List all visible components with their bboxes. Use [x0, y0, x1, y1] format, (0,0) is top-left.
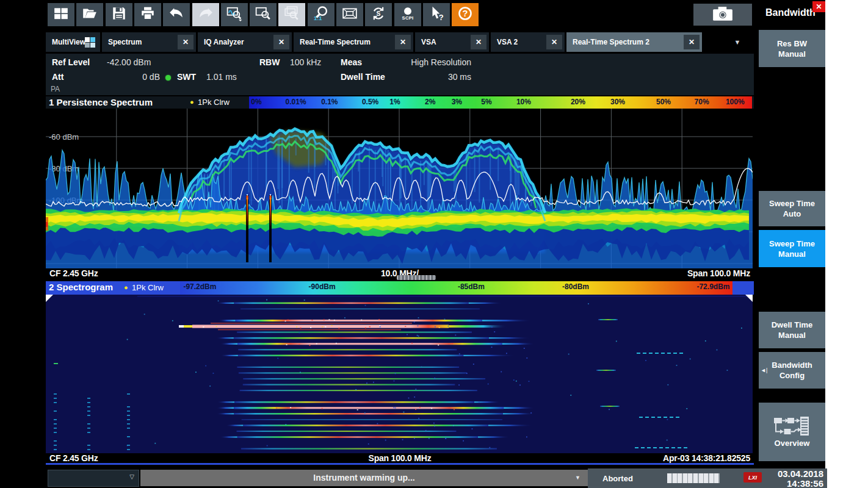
toolbar-button-zoom-signal[interactable]	[221, 3, 248, 26]
tab-iq-analyzer[interactable]: IQ Analyzer✕	[198, 32, 292, 52]
softkey-dwell-time-manual[interactable]: Dwell Time Manual	[759, 312, 825, 348]
tab-close-vsa[interactable]: ✕	[471, 35, 486, 49]
svg-text:?: ?	[439, 13, 444, 21]
tab-real-time-spectrum-2[interactable]: Real-Time Spectrum 2✕	[566, 32, 702, 52]
persistence-color-scale: 0%0.01%0.1%0.5%1%2%3%5%10%20%30%50%70%10…	[249, 96, 752, 109]
toolbar-button-zoom-1to1[interactable]: 1:1	[308, 3, 335, 26]
meas-value[interactable]: High Resolution	[363, 57, 471, 67]
tab-close-vsa-2[interactable]: ✕	[546, 35, 562, 49]
spectrogram-color-scale: -97.2dBm-90dBm-85dBm-80dBm-72.9dBm	[180, 281, 732, 295]
toolbar-button-windows[interactable]	[48, 3, 74, 26]
swt-label[interactable]: SWT	[177, 72, 196, 82]
softkey-label: Sweep Time Manual	[762, 239, 822, 259]
dwell-time-value[interactable]: 30 ms	[412, 72, 471, 82]
status-message: Instrument warming up...	[313, 473, 414, 483]
att-label[interactable]: Att	[52, 72, 63, 82]
persistence-span: Span 100.0 MHz	[687, 268, 750, 278]
toolbar-button-save[interactable]	[106, 3, 132, 26]
spectrogram-timestamp: Apr-03 14:38:21.82525	[663, 453, 750, 463]
screen-right-margin	[825, 0, 868, 488]
tab-overflow-button[interactable]: ▼	[722, 32, 753, 52]
softkey-sweep-time-auto[interactable]: Sweep Time Auto	[759, 191, 825, 226]
toolbar-button-print[interactable]	[134, 3, 161, 26]
rbw-value[interactable]: 100 kHz	[290, 57, 321, 67]
spectrogram-span: Span 100.0 MHz	[368, 453, 431, 463]
softkey-overview[interactable]: Overview	[759, 403, 825, 461]
toolbar-button-undo[interactable]	[163, 3, 190, 26]
tab-label: VSA 2	[497, 38, 518, 46]
toolbar-button-context-help[interactable]: ?	[423, 3, 450, 26]
persistence-scale-tick: 5%	[481, 98, 491, 106]
persistence-scale-tick: 1%	[389, 98, 400, 106]
softkey-label: Sweep Time Auto	[762, 198, 822, 219]
persistence-scale-tick: 10%	[516, 98, 531, 106]
toolbar-button-multi-window-zoom	[278, 3, 305, 26]
tab-close-real-time-spectrum-2[interactable]: ✕	[684, 35, 700, 49]
spectrogram-scale-tick: -80dBm	[562, 282, 589, 291]
dwell-time-label[interactable]: Dwell Time	[341, 72, 385, 82]
trace-dot-icon: ●	[124, 284, 128, 291]
toolbar-button-auto-refresh[interactable]: S	[365, 3, 392, 26]
context-help-icon: ?	[429, 5, 444, 24]
instrument-screen: 1:1SSCPI?? MultiViewSpectrum✕IQ Analyzer…	[0, 0, 868, 488]
toolbar-button-scpi-recorder[interactable]: SCPI	[394, 3, 421, 26]
redo-icon	[198, 5, 214, 24]
tab-vsa-2[interactable]: VSA 2✕	[491, 32, 565, 52]
spectrogram-plot[interactable]	[46, 295, 753, 453]
status-selector-dropdown[interactable]: ▽	[48, 470, 139, 487]
softkey-label: Bandwidth Config	[762, 360, 822, 381]
scpi-recorder-icon: SCPI	[400, 5, 416, 24]
persistence-title: 1 Persistence Spectrum	[49, 97, 153, 107]
fit-window-icon	[342, 5, 358, 24]
spectrogram-footer: CF 2.45 GHz Span 100.0 MHz Apr-03 14:38:…	[46, 453, 754, 463]
close-menu-button[interactable]: ✕	[812, 1, 825, 12]
softkey-bandwidth-config[interactable]: Bandwidth Config◄|	[759, 352, 825, 389]
svg-text:SCPI: SCPI	[402, 15, 413, 21]
status-message-bar[interactable]: Instrument warming up... ▼	[140, 470, 588, 486]
persistence-scale-tick: 0.5%	[362, 98, 378, 106]
toolbar-button-zoom-area[interactable]	[250, 3, 277, 26]
print-icon	[140, 5, 156, 24]
tab-real-time-spectrum[interactable]: Real-Time Spectrum✕	[294, 32, 413, 52]
rbw-label[interactable]: RBW	[259, 57, 280, 67]
tab-spectrum[interactable]: Spectrum✕	[102, 32, 196, 52]
datetime-display: 03.04.2018 14:38:56	[762, 469, 823, 488]
meas-label[interactable]: Meas	[341, 57, 362, 67]
screenshot-button[interactable]	[693, 4, 752, 26]
toolbar-button-open-file[interactable]	[76, 3, 103, 26]
spectrogram-scale-tick: -85dBm	[458, 282, 485, 291]
softkey-sweep-time-manual[interactable]: Sweep Time Manual	[759, 230, 825, 267]
persistence-scale-tick: 3%	[452, 98, 462, 106]
status-right-area: Aborted LXI 03.04.2018 14:38:56	[588, 468, 827, 488]
persistence-spectrum-plot[interactable]: -60 dBm-80 dBm-100 dBm	[46, 109, 753, 268]
tab-vsa[interactable]: VSA✕	[415, 32, 489, 52]
tab-multiview[interactable]: MultiView	[46, 32, 100, 52]
overview-flow-icon	[773, 416, 811, 437]
swt-value[interactable]: 1.01 ms	[206, 72, 237, 82]
tab-close-real-time-spectrum[interactable]: ✕	[395, 35, 411, 49]
spectrogram-window-header[interactable]: 2 Spectrogram ● 1Pk Clrw -97.2dBm-90dBm-…	[46, 281, 754, 295]
persistence-trace-label[interactable]: 1Pk Clrw	[198, 98, 230, 107]
persistence-scale-tick: 0.1%	[321, 98, 338, 106]
softkey-res-bw-manual[interactable]: Res BW Manual	[759, 30, 825, 67]
ref-level-value[interactable]: -42.00 dBm	[107, 57, 151, 67]
toolbar-button-help[interactable]: ?	[452, 3, 479, 26]
zoom-area-icon	[255, 5, 271, 24]
tab-label: Real-Time Spectrum 2	[573, 38, 649, 46]
persistence-scale-tick: 0.01%	[286, 98, 306, 106]
auto-refresh-icon: S	[371, 5, 386, 24]
persistence-scale-tick: 70%	[695, 98, 709, 106]
tab-close-iq-analyzer[interactable]: ✕	[273, 35, 289, 49]
window-splitter-handle[interactable]	[397, 275, 436, 280]
ref-level-label[interactable]: Ref Level	[52, 57, 90, 67]
att-value[interactable]: 0 dB	[110, 72, 160, 82]
toolbar-button-fit-window[interactable]	[336, 3, 363, 26]
persistence-window-header[interactable]: 1 Persistence Spectrum ● 1Pk Clrw 0%0.01…	[46, 96, 754, 109]
multiview-grid-icon	[85, 37, 95, 48]
tab-close-spectrum[interactable]: ✕	[178, 35, 193, 49]
softkey-label: Dwell Time Manual	[762, 320, 822, 340]
persistence-scale-tick: 2%	[425, 98, 435, 106]
settings-bar: Ref Level -42.00 dBm RBW 100 kHz Meas Hi…	[46, 54, 754, 95]
save-icon	[111, 5, 127, 24]
spectrogram-trace-label[interactable]: 1Pk Clrw	[132, 283, 164, 292]
